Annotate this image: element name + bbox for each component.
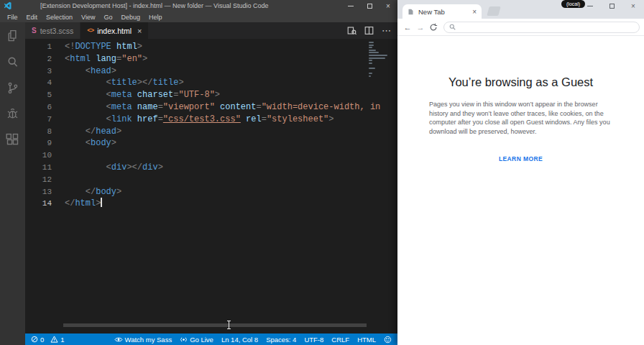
- menu-item-help[interactable]: Help: [144, 14, 167, 21]
- browser-close-button[interactable]: ×: [622, 0, 644, 12]
- menu-item-go[interactable]: Go: [99, 14, 116, 21]
- encoding-setting[interactable]: UTF-8: [304, 336, 323, 344]
- minimap[interactable]: [369, 42, 390, 78]
- code-text: <link href="css/test3.css" rel="styleshe…: [52, 114, 334, 126]
- editor-column: S test3.scss <> index.html ×: [25, 22, 397, 345]
- line-number: 13: [25, 186, 52, 198]
- code-line-3[interactable]: 3 <head>: [25, 65, 397, 78]
- minimap-line: [369, 73, 372, 74]
- cursor-position[interactable]: Ln 14, Col 8: [221, 336, 258, 344]
- explorer-icon[interactable]: [5, 29, 20, 44]
- minimap-line: [369, 60, 372, 61]
- tab-test3-scss[interactable]: S test3.scss: [25, 22, 80, 39]
- close-button[interactable]: ×: [379, 0, 397, 12]
- code-line-14[interactable]: 14</html>: [25, 198, 397, 210]
- minimap-line: [369, 63, 372, 64]
- broadcast-icon: [180, 336, 188, 344]
- code-editor[interactable]: 1<!DOCTYPE html>2<html lang="en">3 <head…: [25, 39, 397, 334]
- minimize-button[interactable]: [341, 0, 360, 12]
- split-editor-icon[interactable]: [364, 26, 374, 35]
- minimap-line: [369, 42, 374, 43]
- horizontal-scrollbar[interactable]: [63, 323, 367, 327]
- code-line-9[interactable]: 9 <body>: [25, 137, 397, 150]
- code-line-4[interactable]: 4 <title></title>: [25, 77, 397, 89]
- line-number: 6: [25, 101, 52, 114]
- minimap-line: [369, 45, 374, 46]
- line-number: 7: [25, 114, 52, 126]
- tab-index-html[interactable]: <> index.html ×: [80, 22, 149, 39]
- code-line-10[interactable]: 10: [25, 150, 397, 162]
- guest-body-text: Pages you view in this window won’t appe…: [429, 100, 612, 136]
- window-title: [Extension Development Host] - index.htm…: [40, 0, 268, 12]
- code-text: <title></title>: [52, 77, 184, 89]
- vscode-logo-icon: [4, 1, 12, 10]
- browser-tab-title: New Tab: [418, 8, 468, 16]
- warning-count[interactable]: 1: [50, 336, 64, 344]
- code-text: [52, 150, 65, 162]
- local-badge: (local): [561, 0, 585, 8]
- menu-item-file[interactable]: File: [3, 14, 22, 21]
- menu-item-view[interactable]: View: [77, 14, 99, 21]
- menu-item-debug[interactable]: Debug: [116, 14, 144, 21]
- code-line-11[interactable]: 11 <div></div>: [25, 162, 397, 174]
- line-number: 11: [25, 162, 52, 174]
- menubar: FileEditSelectionViewGoDebugHelp: [0, 12, 397, 22]
- minimap-line: [369, 52, 379, 53]
- address-bar[interactable]: [443, 22, 640, 33]
- tab-close-icon[interactable]: ×: [137, 27, 142, 35]
- activity-bar: [0, 22, 25, 345]
- tab-bar-actions: ⋯: [347, 22, 392, 39]
- code-line-1[interactable]: 1<!DOCTYPE html>: [25, 41, 397, 53]
- scss-file-icon: S: [32, 27, 37, 34]
- browser-tab-close-icon[interactable]: ×: [472, 8, 477, 16]
- go-live-button[interactable]: Go Live: [180, 336, 213, 344]
- more-actions-icon[interactable]: ⋯: [382, 25, 392, 36]
- error-count[interactable]: 0: [31, 336, 44, 344]
- html-file-icon: <>: [87, 27, 93, 34]
- code-line-6[interactable]: 6 <meta name="viewport" content="width=d…: [25, 101, 397, 114]
- code-text: <meta name="viewport" content="width=dev…: [52, 101, 380, 114]
- search-icon[interactable]: [5, 55, 20, 70]
- browser-maximize-button[interactable]: [601, 0, 622, 12]
- tab-label: test3.scss: [40, 27, 74, 35]
- open-preview-icon[interactable]: [347, 26, 356, 35]
- code-text: </head>: [52, 126, 121, 138]
- browser-tab[interactable]: New Tab ×: [402, 4, 482, 19]
- status-bar-right: Watch my Sass Go Live Ln 14, Col 8 Space…: [106, 336, 392, 344]
- indentation-setting[interactable]: Spaces: 4: [266, 336, 296, 344]
- code-text: <meta charset="UTF-8">: [52, 89, 220, 101]
- menu-item-edit[interactable]: Edit: [22, 14, 42, 21]
- maximize-button[interactable]: [360, 0, 379, 12]
- source-control-icon[interactable]: [5, 80, 20, 96]
- browser-content: You’re browsing as a Guest Pages you vie…: [397, 36, 644, 164]
- debug-icon[interactable]: [5, 106, 20, 121]
- new-tab-button[interactable]: [487, 6, 500, 16]
- minimap-line: [369, 55, 387, 56]
- watch-sass-button[interactable]: Watch my Sass: [114, 336, 172, 344]
- guest-heading: You’re browsing as a Guest: [397, 75, 644, 89]
- code-line-8[interactable]: 8 </head>: [25, 126, 397, 138]
- code-line-7[interactable]: 7 <link href="css/test3.css" rel="styles…: [25, 114, 397, 126]
- learn-more-link[interactable]: LEARN MORE: [499, 155, 543, 162]
- line-number: 8: [25, 126, 52, 138]
- smiley-icon: [384, 336, 392, 344]
- code-line-2[interactable]: 2<html lang="en">: [25, 53, 397, 65]
- code-line-5[interactable]: 5 <meta charset="UTF-8">: [25, 89, 397, 101]
- minimap-line: [369, 75, 371, 77]
- forward-button[interactable]: →: [415, 22, 426, 33]
- code-line-13[interactable]: 13 </body>: [25, 186, 397, 198]
- code-line-12[interactable]: 12: [25, 174, 397, 186]
- tab-label: index.html: [97, 27, 132, 35]
- editor-tab-bar: S test3.scss <> index.html ×: [25, 22, 397, 39]
- eol-setting[interactable]: CRLF: [331, 336, 349, 344]
- back-button[interactable]: ←: [402, 22, 413, 33]
- extensions-icon[interactable]: [5, 132, 20, 147]
- minimap-line: [369, 50, 376, 51]
- language-mode[interactable]: HTML: [357, 336, 376, 344]
- feedback-smiley-button[interactable]: [384, 336, 392, 344]
- reload-button[interactable]: [428, 23, 439, 32]
- menu-item-selection[interactable]: Selection: [42, 14, 77, 21]
- warning-icon: [50, 336, 58, 343]
- line-number: 4: [25, 77, 52, 89]
- search-icon: [449, 24, 456, 30]
